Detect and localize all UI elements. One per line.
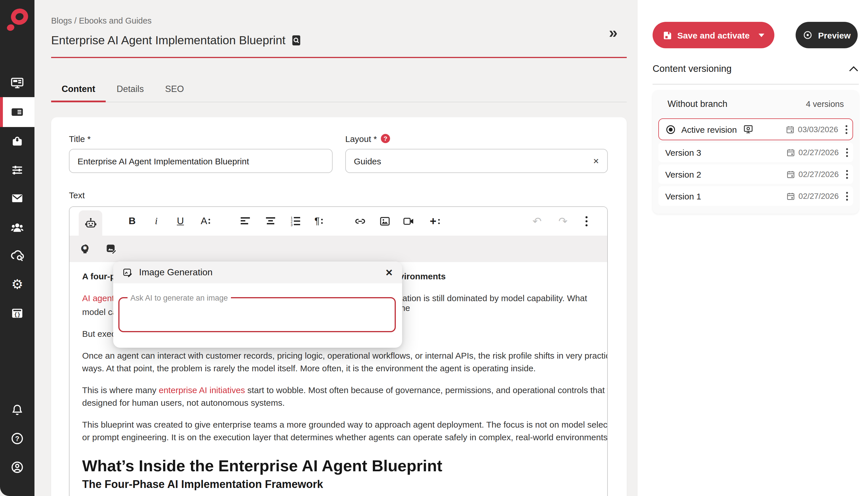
sidebar-item-content-active[interactable] xyxy=(0,97,34,127)
close-icon[interactable]: ✕ xyxy=(385,267,393,278)
content-card-icon xyxy=(10,105,25,120)
modal-header: Image Generation ✕ xyxy=(113,262,402,283)
sidebar-item-messaging[interactable] xyxy=(10,191,25,205)
svg-text:?: ? xyxy=(15,435,19,443)
save-and-activate-button[interactable]: Save and activate xyxy=(653,22,774,48)
content-h2: The Four-Phase AI Implementation Framewo… xyxy=(82,478,595,492)
layout-clear-button[interactable]: ✕ xyxy=(593,157,599,165)
paragraph-button[interactable]: ¶ xyxy=(315,216,323,227)
doc-search-icon[interactable] xyxy=(291,34,302,46)
tab-content[interactable]: Content xyxy=(51,84,106,102)
align-center-button[interactable] xyxy=(265,216,276,227)
version-label: Active revision xyxy=(681,124,737,134)
video-button[interactable] xyxy=(402,215,415,227)
bold-button[interactable]: B xyxy=(129,216,136,227)
chevron-up-icon[interactable] xyxy=(849,65,859,72)
content-link[interactable]: enterprise AI initiatives xyxy=(159,385,245,395)
image-button[interactable] xyxy=(379,215,391,227)
bell-icon xyxy=(10,403,25,417)
gear-icon: ⚙ xyxy=(11,278,23,291)
page-title: Enterprise AI Agent Implementation Bluep… xyxy=(51,33,286,47)
title-input[interactable] xyxy=(78,156,324,166)
more-options-button[interactable] xyxy=(585,216,588,227)
tab-bar: Content Details SEO xyxy=(51,80,190,102)
kebab-menu-icon[interactable] xyxy=(846,148,849,157)
calendar-icon xyxy=(786,125,794,134)
cloud-search-icon xyxy=(10,248,25,264)
tab-seo[interactable]: SEO xyxy=(159,84,190,102)
save-button-label: Save and activate xyxy=(677,30,750,40)
svg-text:3: 3 xyxy=(291,223,293,227)
redo-button[interactable]: ↷ xyxy=(558,215,567,228)
ai-prompt-label: Ask AI to generate an image xyxy=(128,293,231,303)
collapse-panel-button[interactable]: » xyxy=(609,24,617,42)
paragraph-line: designed for human users, not autonomous… xyxy=(82,397,595,409)
robot-icon xyxy=(84,216,97,230)
modal-title: Image Generation xyxy=(139,267,212,278)
active-indicator-bar xyxy=(0,97,3,127)
ai-prompt-field: Ask AI to generate an image xyxy=(118,297,396,332)
sidebar-item-account[interactable] xyxy=(10,460,25,475)
brand-logo[interactable] xyxy=(5,6,30,36)
underline-button[interactable]: U xyxy=(177,216,184,227)
version-row[interactable]: Version 1 02/27/2026 xyxy=(658,186,853,206)
version-date: 02/27/2026 xyxy=(799,148,839,157)
versioning-card: Without branch 4 versions Active revisio… xyxy=(653,90,859,214)
calendar-icon xyxy=(786,148,795,157)
kebab-menu-icon[interactable] xyxy=(846,169,849,179)
radio-selected-icon xyxy=(666,124,676,134)
sidebar-item-websites[interactable] xyxy=(10,76,25,91)
sidebar-item-audiences[interactable] xyxy=(10,220,25,235)
content-h1: What’s Inside the Enterprise AI Agent Bl… xyxy=(82,456,595,476)
text-style-button[interactable]: A xyxy=(201,216,211,227)
link-button[interactable] xyxy=(354,215,367,228)
insert-plus-button[interactable]: + xyxy=(430,215,440,228)
tab-details[interactable]: Details xyxy=(111,84,150,102)
ai-prompt-input[interactable] xyxy=(119,298,395,331)
paragraph-line: ways. At that point, the problem is rare… xyxy=(82,362,595,375)
layout-help-icon[interactable]: ? xyxy=(381,134,390,143)
layout-field-label: Layout * xyxy=(345,134,377,143)
sliders-icon xyxy=(10,163,25,177)
ai-assistant-button[interactable] xyxy=(79,210,102,236)
branch-group-label: Without branch xyxy=(668,99,727,109)
version-row[interactable]: Version 2 02/27/2026 xyxy=(658,165,853,184)
sidebar-item-personalization[interactable] xyxy=(10,163,25,177)
right-panel: Save and activate Preview Content versio… xyxy=(638,0,868,496)
italic-button[interactable]: i xyxy=(155,216,157,227)
dropdown-dots-icon xyxy=(208,218,211,225)
sidebar-item-notifications[interactable] xyxy=(10,403,25,417)
content-link[interactable]: AI agent xyxy=(82,293,114,303)
sidebar-item-settings[interactable]: ⚙ xyxy=(11,278,23,291)
image-generation-button[interactable] xyxy=(105,243,118,255)
version-label: Version 1 xyxy=(665,191,701,201)
active-tab-underline xyxy=(51,100,106,102)
version-row-active[interactable]: Active revision 03/03/2026 xyxy=(658,119,853,140)
calendar-icon xyxy=(786,192,795,200)
undo-button[interactable]: ↶ xyxy=(532,215,542,228)
bag-icon xyxy=(10,134,25,149)
calendar-icon xyxy=(786,170,795,179)
save-icon xyxy=(662,30,672,40)
ai-brainstorm-button[interactable]: ✱ xyxy=(79,243,91,255)
version-label: Version 3 xyxy=(665,148,701,157)
kebab-menu-icon[interactable] xyxy=(845,124,848,134)
app-sidebar: ⚙ {} ? xyxy=(0,0,34,496)
monitor-icon xyxy=(10,76,25,91)
ordered-list-button[interactable]: 123 xyxy=(290,216,301,227)
layout-select[interactable]: Guides ✕ xyxy=(345,149,608,173)
mail-icon xyxy=(10,191,25,205)
kebab-menu-icon[interactable] xyxy=(846,191,849,201)
paragraph-line: This is where many xyxy=(82,385,159,395)
sidebar-item-help[interactable]: ? xyxy=(10,431,25,446)
align-left-button[interactable] xyxy=(240,216,251,227)
breadcrumb[interactable]: Blogs / Ebooks and Guides xyxy=(51,16,152,25)
preview-button[interactable]: Preview xyxy=(795,22,858,48)
editor-toolbar: B i U A 123 ¶ xyxy=(69,207,607,236)
sidebar-item-commerce[interactable] xyxy=(10,134,25,149)
svg-text:{}: {} xyxy=(14,312,20,317)
caret-down-icon[interactable] xyxy=(758,33,765,37)
version-row[interactable]: Version 3 02/27/2026 xyxy=(658,142,853,162)
sidebar-item-search[interactable] xyxy=(10,248,25,264)
sidebar-item-developer[interactable]: {} xyxy=(10,306,25,321)
